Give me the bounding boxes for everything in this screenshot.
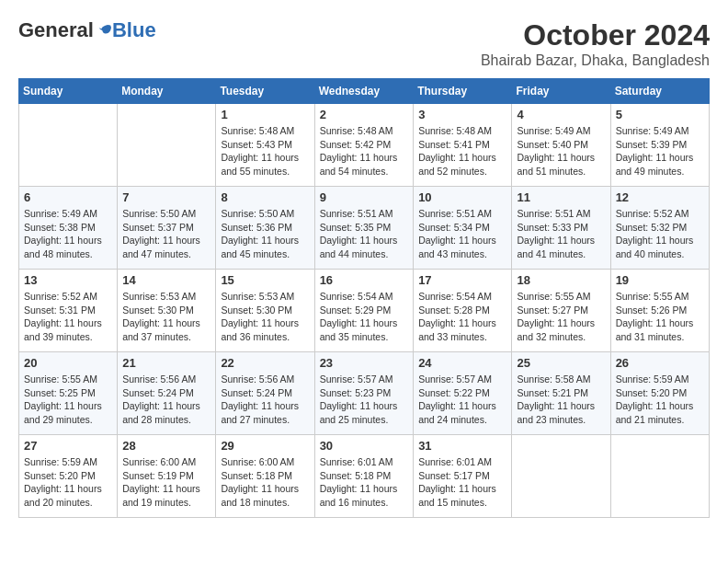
calendar-week-row: 13Sunrise: 5:52 AMSunset: 5:31 PMDayligh…	[19, 270, 710, 352]
calendar-cell: 6Sunrise: 5:49 AMSunset: 5:38 PMDaylight…	[19, 187, 118, 270]
calendar-cell: 12Sunrise: 5:52 AMSunset: 5:32 PMDayligh…	[610, 187, 709, 270]
calendar-cell: 15Sunrise: 5:53 AMSunset: 5:30 PMDayligh…	[216, 270, 314, 352]
calendar-cell	[610, 435, 709, 518]
day-number: 31	[418, 439, 506, 453]
day-info: Sunrise: 5:51 AMSunset: 5:34 PMDaylight:…	[418, 207, 506, 261]
day-number: 24	[418, 356, 506, 370]
day-info: Sunrise: 5:48 AMSunset: 5:42 PMDaylight:…	[320, 124, 409, 178]
day-number: 20	[24, 356, 112, 370]
day-info: Sunrise: 5:50 AMSunset: 5:36 PMDaylight:…	[221, 207, 309, 261]
day-number: 4	[517, 108, 605, 121]
calendar-cell: 11Sunrise: 5:51 AMSunset: 5:33 PMDayligh…	[512, 187, 610, 270]
calendar-cell: 28Sunrise: 6:00 AMSunset: 5:19 PMDayligh…	[118, 435, 216, 518]
weekday-header-row: SundayMondayTuesdayWednesdayThursdayFrid…	[19, 79, 710, 104]
day-info: Sunrise: 5:55 AMSunset: 5:27 PMDaylight:…	[517, 290, 605, 344]
day-number: 5	[616, 108, 704, 121]
logo-general: General	[18, 18, 94, 42]
day-number: 3	[418, 108, 506, 121]
day-info: Sunrise: 5:51 AMSunset: 5:35 PMDaylight:…	[320, 207, 409, 261]
day-info: Sunrise: 5:59 AMSunset: 5:20 PMDaylight:…	[616, 373, 704, 427]
calendar-cell: 25Sunrise: 5:58 AMSunset: 5:21 PMDayligh…	[512, 352, 610, 435]
day-number: 13	[24, 273, 112, 287]
calendar-cell: 21Sunrise: 5:56 AMSunset: 5:24 PMDayligh…	[118, 352, 216, 435]
day-number: 28	[122, 439, 210, 453]
day-number: 25	[517, 356, 605, 370]
calendar-week-row: 6Sunrise: 5:49 AMSunset: 5:38 PMDaylight…	[19, 187, 710, 270]
weekday-header: Thursday	[414, 79, 512, 104]
calendar-cell: 19Sunrise: 5:55 AMSunset: 5:26 PMDayligh…	[610, 270, 709, 352]
day-info: Sunrise: 5:54 AMSunset: 5:29 PMDaylight:…	[320, 290, 409, 344]
weekday-header: Friday	[512, 79, 610, 104]
calendar-cell: 20Sunrise: 5:55 AMSunset: 5:25 PMDayligh…	[19, 352, 118, 435]
calendar-cell: 31Sunrise: 6:01 AMSunset: 5:17 PMDayligh…	[414, 435, 512, 518]
day-number: 26	[616, 356, 704, 370]
day-info: Sunrise: 5:53 AMSunset: 5:30 PMDaylight:…	[122, 290, 210, 344]
day-info: Sunrise: 5:55 AMSunset: 5:25 PMDaylight:…	[24, 373, 112, 427]
weekday-header: Monday	[118, 79, 216, 104]
day-info: Sunrise: 5:52 AMSunset: 5:31 PMDaylight:…	[24, 290, 112, 344]
calendar-table: SundayMondayTuesdayWednesdayThursdayFrid…	[18, 78, 710, 518]
calendar-cell: 26Sunrise: 5:59 AMSunset: 5:20 PMDayligh…	[610, 352, 709, 435]
day-number: 10	[418, 190, 506, 204]
day-number: 9	[320, 190, 409, 204]
calendar-week-row: 27Sunrise: 5:59 AMSunset: 5:20 PMDayligh…	[19, 435, 710, 518]
day-info: Sunrise: 6:01 AMSunset: 5:17 PMDaylight:…	[418, 455, 506, 510]
calendar-cell: 3Sunrise: 5:48 AMSunset: 5:41 PMDaylight…	[414, 104, 512, 187]
day-info: Sunrise: 5:52 AMSunset: 5:32 PMDaylight:…	[616, 207, 704, 261]
day-info: Sunrise: 6:00 AMSunset: 5:18 PMDaylight:…	[221, 455, 309, 510]
calendar-cell: 2Sunrise: 5:48 AMSunset: 5:42 PMDaylight…	[314, 104, 414, 187]
day-info: Sunrise: 6:00 AMSunset: 5:19 PMDaylight:…	[122, 455, 210, 510]
month-title: October 2024	[481, 18, 710, 52]
logo-bird-icon	[96, 22, 112, 39]
day-number: 2	[320, 108, 409, 121]
title-area: October 2024 Bhairab Bazar, Dhaka, Bangl…	[481, 18, 710, 69]
weekday-header: Sunday	[19, 79, 118, 104]
calendar-cell: 24Sunrise: 5:57 AMSunset: 5:22 PMDayligh…	[414, 352, 512, 435]
calendar-cell: 4Sunrise: 5:49 AMSunset: 5:40 PMDaylight…	[512, 104, 610, 187]
day-info: Sunrise: 5:57 AMSunset: 5:23 PMDaylight:…	[320, 373, 409, 427]
weekday-header: Tuesday	[216, 79, 314, 104]
weekday-header: Saturday	[610, 79, 709, 104]
calendar-cell	[19, 104, 118, 187]
calendar-cell: 27Sunrise: 5:59 AMSunset: 5:20 PMDayligh…	[19, 435, 118, 518]
day-info: Sunrise: 5:48 AMSunset: 5:41 PMDaylight:…	[418, 124, 506, 178]
day-info: Sunrise: 5:55 AMSunset: 5:26 PMDaylight:…	[616, 290, 704, 344]
day-info: Sunrise: 5:59 AMSunset: 5:20 PMDaylight:…	[24, 455, 112, 510]
day-info: Sunrise: 5:48 AMSunset: 5:43 PMDaylight:…	[221, 124, 309, 178]
day-number: 15	[221, 273, 309, 287]
day-number: 7	[122, 190, 210, 204]
day-info: Sunrise: 5:54 AMSunset: 5:28 PMDaylight:…	[418, 290, 506, 344]
day-info: Sunrise: 5:49 AMSunset: 5:39 PMDaylight:…	[616, 124, 704, 178]
calendar-cell: 18Sunrise: 5:55 AMSunset: 5:27 PMDayligh…	[512, 270, 610, 352]
calendar-cell: 22Sunrise: 5:56 AMSunset: 5:24 PMDayligh…	[216, 352, 314, 435]
day-info: Sunrise: 5:53 AMSunset: 5:30 PMDaylight:…	[221, 290, 309, 344]
logo-blue: Blue	[112, 18, 156, 42]
day-number: 11	[517, 190, 605, 204]
day-info: Sunrise: 5:57 AMSunset: 5:22 PMDaylight:…	[418, 373, 506, 427]
day-number: 29	[221, 439, 309, 453]
calendar-cell: 5Sunrise: 5:49 AMSunset: 5:39 PMDaylight…	[610, 104, 709, 187]
day-info: Sunrise: 5:50 AMSunset: 5:37 PMDaylight:…	[122, 207, 210, 261]
day-number: 8	[221, 190, 309, 204]
day-number: 1	[221, 108, 309, 121]
calendar-cell: 23Sunrise: 5:57 AMSunset: 5:23 PMDayligh…	[314, 352, 414, 435]
calendar-cell	[512, 435, 610, 518]
calendar-cell: 30Sunrise: 6:01 AMSunset: 5:18 PMDayligh…	[314, 435, 414, 518]
calendar-cell: 7Sunrise: 5:50 AMSunset: 5:37 PMDaylight…	[118, 187, 216, 270]
weekday-header: Wednesday	[314, 79, 414, 104]
calendar-cell: 1Sunrise: 5:48 AMSunset: 5:43 PMDaylight…	[216, 104, 314, 187]
calendar-week-row: 20Sunrise: 5:55 AMSunset: 5:25 PMDayligh…	[19, 352, 710, 435]
calendar-cell: 29Sunrise: 6:00 AMSunset: 5:18 PMDayligh…	[216, 435, 314, 518]
day-number: 22	[221, 356, 309, 370]
day-number: 12	[616, 190, 704, 204]
day-number: 6	[24, 190, 112, 204]
day-info: Sunrise: 5:51 AMSunset: 5:33 PMDaylight:…	[517, 207, 605, 261]
day-number: 14	[122, 273, 210, 287]
day-number: 23	[320, 356, 409, 370]
day-info: Sunrise: 5:49 AMSunset: 5:40 PMDaylight:…	[517, 124, 605, 178]
day-info: Sunrise: 6:01 AMSunset: 5:18 PMDaylight:…	[320, 455, 409, 510]
calendar-cell: 10Sunrise: 5:51 AMSunset: 5:34 PMDayligh…	[414, 187, 512, 270]
calendar-cell: 17Sunrise: 5:54 AMSunset: 5:28 PMDayligh…	[414, 270, 512, 352]
location: Bhairab Bazar, Dhaka, Bangladesh	[481, 52, 710, 69]
calendar-cell: 16Sunrise: 5:54 AMSunset: 5:29 PMDayligh…	[314, 270, 414, 352]
